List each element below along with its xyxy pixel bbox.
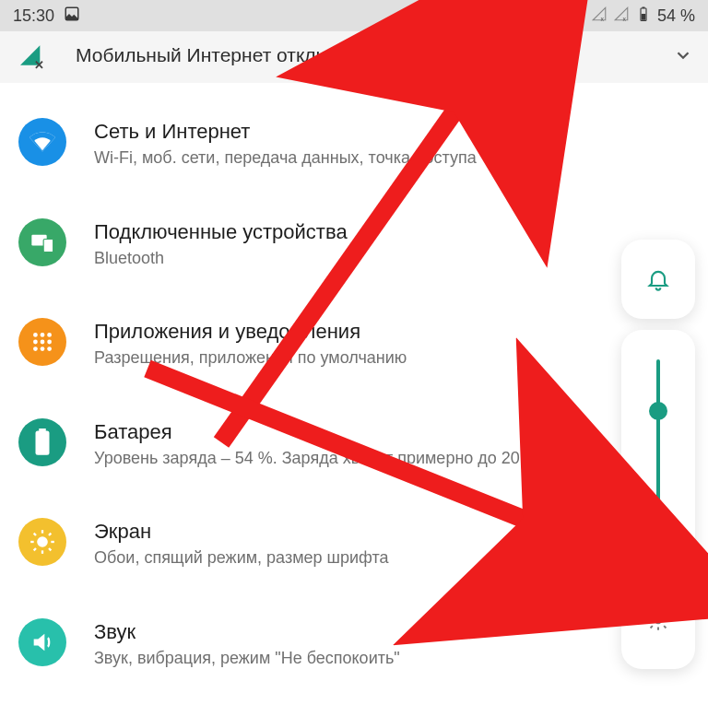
mobile-data-off-icon: ✕ bbox=[17, 41, 46, 70]
volume-thumb[interactable] bbox=[649, 402, 667, 420]
notification-title: Мобильный Интернет отключен bbox=[76, 44, 361, 66]
setting-apps[interactable]: Приложения и уведомления Разрешения, при… bbox=[0, 318, 708, 369]
output-bluetooth-button[interactable] bbox=[644, 569, 672, 593]
svg-point-15 bbox=[33, 346, 38, 351]
display-icon bbox=[18, 518, 66, 566]
setting-sub: Звук, вибрация, режим "Не беспокоить" bbox=[94, 648, 400, 669]
setting-sub: Обои, спящий режим, размер шрифта bbox=[94, 547, 389, 569]
svg-point-29 bbox=[655, 617, 662, 624]
volume-settings-button[interactable] bbox=[646, 608, 670, 651]
setting-title: Сеть и Интернет bbox=[94, 120, 477, 144]
battery-icon bbox=[635, 6, 652, 27]
setting-sub: Wi-Fi, моб. сети, передача данных, точка… bbox=[94, 147, 477, 169]
setting-sound[interactable]: Звук Звук, вибрация, режим "Не беспокоит… bbox=[0, 618, 708, 669]
setting-title: Экран bbox=[94, 520, 389, 544]
status-right: x x 54 % bbox=[547, 6, 695, 27]
apps-icon bbox=[18, 318, 66, 366]
svg-rect-19 bbox=[39, 429, 46, 432]
gear-icon bbox=[646, 608, 670, 632]
settings-list: Сеть и Интернет Wi-Fi, моб. сети, переда… bbox=[0, 83, 708, 668]
svg-text:x: x bbox=[600, 15, 604, 21]
svg-line-26 bbox=[49, 548, 51, 550]
setting-title: Звук bbox=[94, 620, 400, 644]
svg-rect-8 bbox=[43, 239, 53, 252]
svg-point-13 bbox=[41, 340, 45, 345]
signal-sim2-icon: x bbox=[613, 6, 630, 27]
svg-line-27 bbox=[34, 548, 36, 550]
battery-pct: 54 % bbox=[657, 6, 695, 26]
svg-point-11 bbox=[47, 333, 52, 337]
setting-title: Подключенные устройства bbox=[94, 220, 348, 244]
status-left: 15:30 bbox=[13, 6, 80, 27]
svg-point-10 bbox=[41, 333, 45, 337]
svg-point-17 bbox=[47, 346, 52, 351]
setting-network[interactable]: Сеть и Интернет Wi-Fi, моб. сети, переда… bbox=[0, 118, 708, 169]
svg-point-20 bbox=[37, 536, 48, 547]
svg-point-14 bbox=[47, 340, 52, 345]
svg-point-16 bbox=[41, 346, 45, 351]
chevron-down-icon[interactable] bbox=[673, 45, 693, 65]
setting-sub: Bluetooth bbox=[94, 248, 348, 269]
svg-rect-5 bbox=[642, 14, 646, 20]
setting-sub: Уровень заряда – 54 %. Заряда хватит при… bbox=[94, 448, 534, 469]
sound-icon bbox=[18, 618, 66, 666]
svg-line-28 bbox=[49, 534, 51, 535]
ring-mode-button[interactable] bbox=[621, 240, 695, 319]
svg-point-12 bbox=[33, 340, 38, 345]
setting-title: Приложения и уведомления bbox=[94, 320, 407, 344]
network-icon bbox=[18, 118, 66, 166]
notification-banner[interactable]: ✕ Мобильный Интернет отключен bbox=[0, 31, 708, 83]
svg-text:✕: ✕ bbox=[34, 58, 44, 70]
svg-point-9 bbox=[33, 333, 38, 337]
setting-devices[interactable]: Подключенные устройства Bluetooth bbox=[0, 218, 708, 269]
setting-sub: Разрешения, приложения по умолчанию bbox=[94, 347, 407, 369]
clock: 15:30 bbox=[13, 6, 54, 26]
devices-icon bbox=[18, 218, 66, 266]
picture-icon bbox=[64, 6, 80, 27]
svg-rect-4 bbox=[642, 6, 644, 8]
svg-line-25 bbox=[34, 534, 36, 535]
wifi-icon bbox=[569, 6, 585, 27]
svg-rect-18 bbox=[36, 430, 50, 454]
svg-text:x: x bbox=[622, 15, 626, 21]
volume-panel bbox=[621, 240, 695, 669]
volume-slider-card bbox=[621, 330, 695, 669]
bluetooth-icon bbox=[547, 6, 563, 27]
music-bluetooth-icon bbox=[644, 569, 672, 593]
status-bar: 15:30 x x 54 % bbox=[0, 0, 708, 31]
setting-battery[interactable]: Батарея Уровень заряда – 54 %. Заряда хв… bbox=[0, 418, 708, 469]
setting-display[interactable]: Экран Обои, спящий режим, размер шрифта bbox=[0, 518, 708, 569]
bell-icon bbox=[645, 266, 671, 292]
setting-title: Батарея bbox=[94, 420, 534, 444]
volume-slider[interactable] bbox=[656, 359, 660, 544]
battery-circle-icon bbox=[18, 418, 66, 466]
signal-sim1-icon: x bbox=[591, 6, 608, 27]
